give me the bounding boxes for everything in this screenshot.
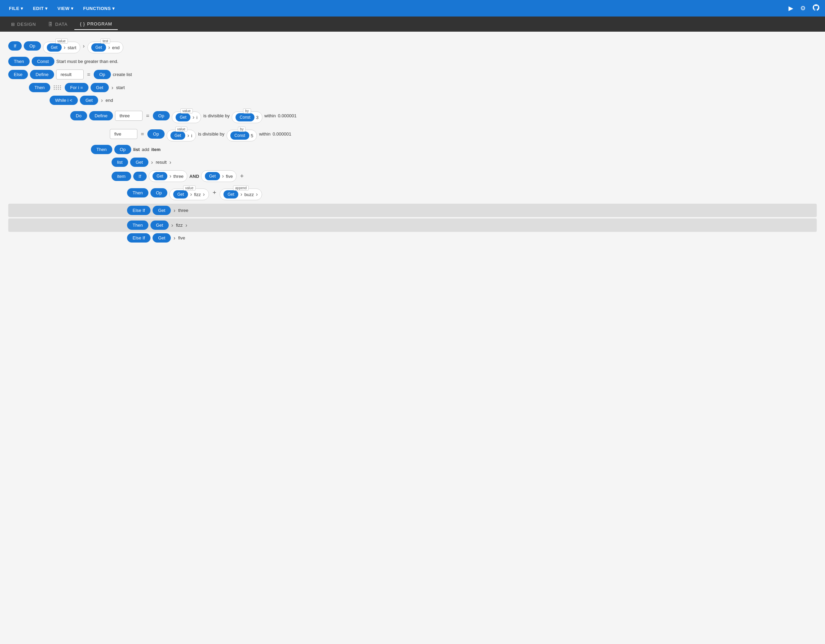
chevron-8 [150,159,154,165]
get-pill-9[interactable]: Get [205,172,220,180]
tab-design[interactable]: ⊞ DESIGN [6,19,41,29]
list-pill[interactable]: list [111,157,128,167]
get-pill-3[interactable]: Get [91,83,109,92]
if-pill-2[interactable]: If [133,172,147,181]
functions-menu[interactable]: FUNCTIONS ▾ [80,3,119,14]
op-pill-4[interactable]: Op [147,129,164,139]
i-text-2: i [191,133,192,138]
chevron-4 [111,85,114,91]
row-elseif-five: Else If Get five [8,233,817,242]
result-input[interactable]: result [56,69,83,80]
get-pill-2[interactable]: Get [91,43,106,52]
chevron-12 [189,191,193,197]
then-pill-3[interactable]: Then [91,145,112,154]
top-nav: FILE ▾ EDIT ▾ VIEW ▾ FUNCTIONS ▾ ▶ ⚙ [0,0,825,17]
op-pill-6[interactable]: Op [150,188,167,197]
item-pill[interactable]: item [111,172,131,181]
chevron-14 [239,191,243,197]
chevron-2 [82,43,85,49]
equals-2: = [146,113,149,119]
get-pill-14[interactable]: Get [153,233,171,242]
equals-1: = [87,72,90,78]
edit-chevron: ▾ [45,6,48,11]
row-five: five = Op value Get i is divisible by by… [8,126,817,142]
within-val-2: 0.000001 [273,131,291,137]
item-text-1: item [151,147,161,152]
else-if-pill-2[interactable]: Else If [127,233,150,242]
test-paren-group: test Get end [88,39,123,53]
by-label-2: by [238,126,246,132]
design-label: DESIGN [17,22,36,27]
tab-program[interactable]: { } PROGRAM [74,18,117,30]
get-pill-6[interactable]: Get [170,131,185,140]
const-pill-3[interactable]: Const [230,131,249,140]
fizz-text-2: fizz [176,223,183,228]
get-pill-10[interactable]: Get [173,190,188,199]
then-pill-4[interactable]: Then [127,188,148,197]
three-input[interactable]: three [115,111,142,121]
then-pill-2[interactable]: Then [29,83,50,92]
result-text-2: result [156,160,167,165]
chevron-9 [169,159,172,165]
design-icon: ⊞ [11,22,15,27]
chevron-15 [255,191,258,197]
add-text: add [142,147,150,152]
get-pill-1[interactable]: Get [47,43,62,52]
row-then-fizzbuzz: Then Op value Get fizz + append Get buzz [8,185,817,200]
chevron-1 [63,45,66,51]
else-if-pill-1[interactable]: Else If [127,206,150,215]
define-pill-2[interactable]: Define [89,111,113,120]
github-icon[interactable] [813,4,819,13]
row-else: Else Define result = Op create list [8,69,817,80]
op-pill-2[interactable]: Op [94,70,111,79]
value-paren-group-1: value Get start [43,39,80,53]
do-pill[interactable]: Do [70,111,87,120]
op-pill-1[interactable]: Op [24,41,41,51]
row-list-get: list Get result [8,157,817,167]
if-pill[interactable]: If [8,41,22,51]
row-then-for: Then For i = Get start [8,83,817,92]
then-pill-1[interactable]: Then [8,57,29,66]
chevron-11 [221,173,224,179]
row-do-three: Do Define three = Op value Get i is divi… [8,108,817,123]
tab-bar: ⊞ DESIGN 🗄 DATA { } PROGRAM [0,17,825,32]
chevron-5 [100,97,103,103]
test-label: test [100,39,110,44]
const-pill-1[interactable]: Const [32,57,54,66]
op-pill-3[interactable]: Op [153,111,170,120]
fizz-text-1: fizz [194,192,201,197]
get-pill-4[interactable]: Get [80,96,98,105]
view-menu[interactable]: VIEW ▾ [54,3,77,14]
data-icon: 🗄 [48,22,53,27]
five-input[interactable]: five [110,129,138,139]
start-msg-text: Start must be greater than end. [56,59,119,64]
row-elseif-three: Else If Get three [8,204,817,217]
const-pill-2[interactable]: Const [235,113,255,122]
define-pill-1[interactable]: Define [30,70,54,79]
then-pill-5[interactable]: Then [127,220,148,230]
file-menu[interactable]: FILE ▾ [6,3,27,14]
tab-data[interactable]: 🗄 DATA [43,19,73,29]
data-label: DATA [55,22,68,27]
list-text-1: list [133,147,140,152]
get-pill-11[interactable]: Get [224,190,238,199]
append-label: append [233,185,249,191]
const-5-text: 5 [251,133,253,138]
three-text-1: three [173,174,184,179]
settings-icon[interactable]: ⚙ [800,5,806,12]
op-pill-5[interactable]: Op [114,145,131,154]
play-icon[interactable]: ▶ [788,5,793,12]
chevron-13 [202,191,205,197]
value-paren-group-4: value Get fizz [169,185,209,200]
while-pill[interactable]: While i < [49,96,78,105]
row-then-1: Then Const Start must be greater than en… [8,57,817,66]
get-pill-5[interactable]: Get [176,113,190,122]
get-pill-13[interactable]: Get [150,220,169,230]
get-pill-7[interactable]: Get [130,157,148,167]
else-pill[interactable]: Else [8,70,28,79]
for-pill[interactable]: For i = [65,83,88,92]
get-pill-12[interactable]: Get [153,206,171,215]
edit-menu[interactable]: EDIT ▾ [29,3,51,14]
get-pill-8[interactable]: Get [153,172,167,180]
within-text-1: within [264,113,276,118]
